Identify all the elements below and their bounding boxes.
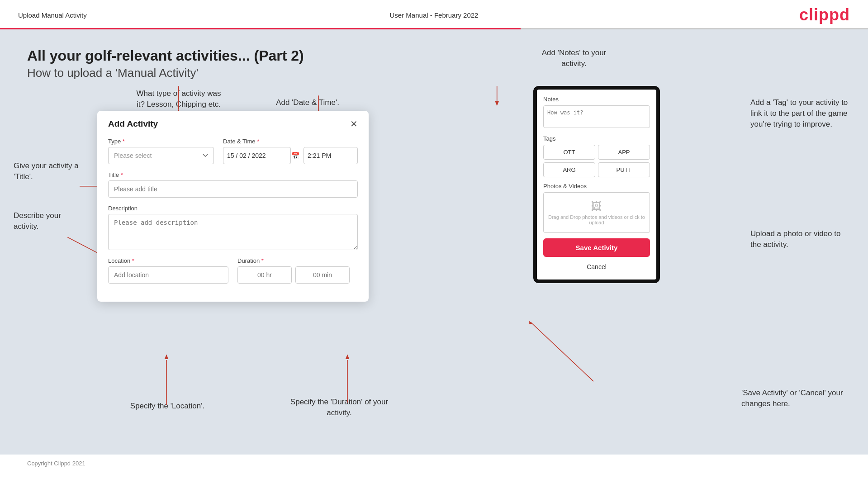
photos-section-label: Photos & Videos: [543, 183, 650, 190]
main-subheading: How to upload a 'Manual Activity': [27, 66, 841, 80]
annotation-duration: Specify the 'Duration' of your activity.: [289, 397, 389, 418]
top-bar: Upload Manual Activity User Manual - Feb…: [0, 0, 868, 28]
title-label: Title *: [108, 171, 358, 178]
duration-min-input[interactable]: [295, 266, 350, 284]
phone-inner: Notes Tags OTT APP ARG PUTT Photos & Vid…: [537, 90, 656, 280]
svg-marker-11: [165, 355, 169, 359]
time-input[interactable]: [304, 147, 358, 164]
svg-line-20: [531, 322, 593, 382]
cancel-link[interactable]: Cancel: [543, 261, 650, 273]
datetime-group: Date & Time * 📅: [223, 138, 358, 164]
svg-marker-15: [495, 101, 499, 106]
close-button[interactable]: ✕: [350, 119, 358, 128]
phone-panel: Notes Tags OTT APP ARG PUTT Photos & Vid…: [533, 86, 660, 283]
type-label: Type *: [108, 138, 214, 145]
tag-ott[interactable]: OTT: [543, 145, 595, 160]
location-label: Location *: [108, 257, 228, 264]
dialog-body: Type * Please select Date & Time * 📅: [97, 133, 369, 302]
save-activity-button[interactable]: Save Activity: [543, 238, 650, 257]
description-label: Description: [108, 205, 358, 212]
annotation-notes: Add 'Notes' to your activity.: [529, 47, 619, 69]
annotation-date-time: Add 'Date & Time'.: [267, 97, 348, 108]
calendar-icon: 📅: [291, 152, 300, 160]
logo: clippd: [799, 5, 850, 24]
type-group: Type * Please select: [108, 138, 214, 164]
type-datetime-row: Type * Please select Date & Time * 📅: [108, 138, 358, 164]
date-input[interactable]: [223, 147, 291, 164]
location-duration-row: Location * Duration *: [108, 257, 358, 284]
tags-grid: OTT APP ARG PUTT: [543, 145, 650, 177]
notes-section-label: Notes: [543, 96, 650, 103]
upload-area[interactable]: 🖼 Drag and Drop photos and videos or cli…: [543, 192, 650, 233]
upload-text: Drag and Drop photos and videos or click…: [548, 214, 645, 225]
duration-label: Duration *: [237, 257, 358, 264]
tags-section-label: Tags: [543, 135, 650, 142]
title-group: Title *: [108, 171, 358, 198]
description-group: Description: [108, 205, 358, 250]
svg-marker-13: [346, 355, 350, 359]
dialog-header: Add Activity ✕: [97, 111, 369, 133]
tag-app[interactable]: APP: [598, 145, 650, 160]
main-content: All your golf-relevant activities... (Pa…: [0, 29, 868, 455]
tag-arg[interactable]: ARG: [543, 162, 595, 177]
duration-hr-input[interactable]: [237, 266, 292, 284]
title-input[interactable]: [108, 180, 358, 198]
annotation-save: 'Save Activity' or 'Cancel' your changes…: [741, 388, 850, 409]
svg-marker-21: [529, 321, 532, 324]
annotation-location: Specify the 'Location'.: [122, 401, 213, 412]
location-input[interactable]: [108, 266, 228, 284]
datetime-label: Date & Time *: [223, 138, 358, 145]
location-group: Location *: [108, 257, 228, 284]
notes-input[interactable]: [543, 105, 650, 128]
description-input[interactable]: [108, 214, 358, 250]
annotation-tag: Add a 'Tag' to your activity to link it …: [750, 97, 850, 129]
copyright: Copyright Clippd 2021: [0, 455, 868, 472]
dialog-title: Add Activity: [108, 119, 158, 129]
annotation-what-type: What type of activity was it? Lesson, Ch…: [133, 88, 224, 110]
annotation-title: Give your activity a 'Title'.: [14, 161, 86, 182]
datetime-inputs: 📅: [223, 147, 358, 164]
main-heading: All your golf-relevant activities... (Pa…: [27, 47, 841, 64]
add-activity-dialog: Add Activity ✕ Type * Please select Date…: [97, 111, 369, 302]
duration-inputs: [237, 266, 358, 284]
annotation-description: Describe your activity.: [14, 210, 86, 232]
document-title: User Manual - February 2022: [390, 11, 479, 19]
annotation-upload: Upload a photo or video to the activity.: [750, 228, 850, 250]
tag-putt[interactable]: PUTT: [598, 162, 650, 177]
page-title: Upload Manual Activity: [18, 11, 87, 19]
upload-icon: 🖼: [547, 200, 646, 213]
type-select[interactable]: Please select: [108, 147, 214, 164]
duration-group: Duration *: [237, 257, 358, 284]
